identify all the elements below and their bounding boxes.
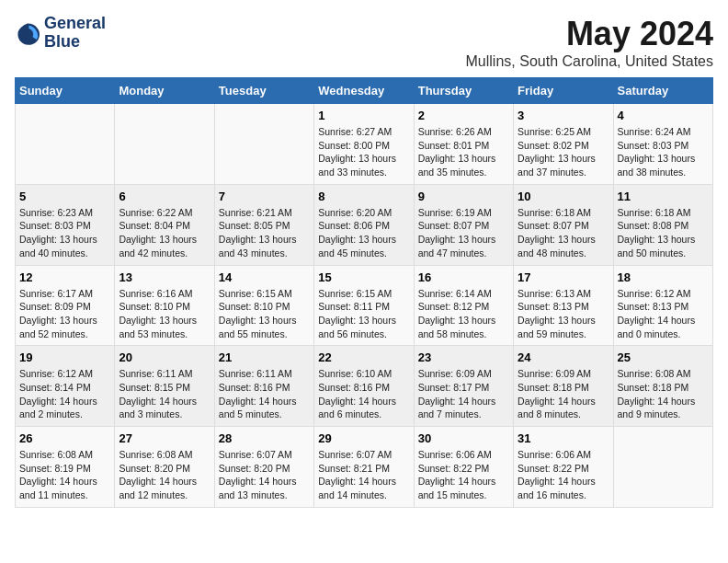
weekday-header-tuesday: Tuesday — [214, 78, 313, 104]
page-header: General Blue May 2024 Mullins, South Car… — [15, 15, 713, 70]
calendar-cell: 10Sunrise: 6:18 AM Sunset: 8:07 PM Dayli… — [514, 184, 613, 265]
calendar-cell: 21Sunrise: 6:11 AM Sunset: 8:16 PM Dayli… — [214, 346, 313, 427]
day-number: 12 — [19, 270, 110, 284]
calendar-cell — [214, 104, 313, 185]
day-number: 17 — [518, 270, 609, 284]
day-info: Sunrise: 6:10 AM Sunset: 8:16 PM Dayligh… — [318, 367, 409, 421]
day-number: 25 — [618, 350, 709, 364]
title-block: May 2024 Mullins, South Carolina, United… — [466, 15, 713, 70]
logo: General Blue — [15, 15, 106, 52]
day-number: 10 — [518, 190, 609, 203]
calendar-cell — [613, 427, 712, 508]
calendar-cell: 30Sunrise: 6:06 AM Sunset: 8:22 PM Dayli… — [414, 427, 513, 508]
day-number: 13 — [119, 270, 210, 284]
day-number: 23 — [418, 350, 509, 364]
calendar-cell — [115, 104, 214, 185]
day-number: 18 — [618, 270, 709, 284]
day-info: Sunrise: 6:15 AM Sunset: 8:11 PM Dayligh… — [318, 287, 409, 341]
day-number: 14 — [219, 270, 310, 284]
day-number: 9 — [418, 190, 509, 203]
day-info: Sunrise: 6:15 AM Sunset: 8:10 PM Dayligh… — [219, 287, 310, 341]
day-number: 6 — [119, 190, 210, 203]
calendar-cell: 5Sunrise: 6:23 AM Sunset: 8:03 PM Daylig… — [16, 184, 115, 265]
weekday-header-row: SundayMondayTuesdayWednesdayThursdayFrid… — [16, 78, 713, 104]
day-info: Sunrise: 6:26 AM Sunset: 8:01 PM Dayligh… — [418, 125, 509, 179]
day-info: Sunrise: 6:08 AM Sunset: 8:19 PM Dayligh… — [19, 448, 110, 502]
day-info: Sunrise: 6:06 AM Sunset: 8:22 PM Dayligh… — [418, 448, 509, 502]
day-info: Sunrise: 6:06 AM Sunset: 8:22 PM Dayligh… — [518, 448, 609, 502]
calendar-cell: 29Sunrise: 6:07 AM Sunset: 8:21 PM Dayli… — [314, 427, 414, 508]
calendar-cell — [16, 104, 115, 185]
day-number: 26 — [19, 431, 110, 445]
logo-line1: General — [44, 15, 106, 33]
calendar-cell: 16Sunrise: 6:14 AM Sunset: 8:12 PM Dayli… — [414, 265, 513, 346]
day-info: Sunrise: 6:24 AM Sunset: 8:03 PM Dayligh… — [618, 125, 709, 179]
calendar-cell: 31Sunrise: 6:06 AM Sunset: 8:22 PM Dayli… — [514, 427, 613, 508]
week-row-1: 1Sunrise: 6:27 AM Sunset: 8:00 PM Daylig… — [16, 104, 713, 185]
calendar-cell: 19Sunrise: 6:12 AM Sunset: 8:14 PM Dayli… — [16, 346, 115, 427]
day-number: 24 — [518, 350, 609, 364]
calendar-cell: 14Sunrise: 6:15 AM Sunset: 8:10 PM Dayli… — [214, 265, 313, 346]
calendar-cell: 9Sunrise: 6:19 AM Sunset: 8:07 PM Daylig… — [414, 184, 513, 265]
day-info: Sunrise: 6:07 AM Sunset: 8:20 PM Dayligh… — [219, 448, 310, 502]
month-title: May 2024 — [466, 15, 713, 53]
weekday-header-monday: Monday — [115, 78, 214, 104]
calendar-cell: 26Sunrise: 6:08 AM Sunset: 8:19 PM Dayli… — [16, 427, 115, 508]
day-number: 27 — [119, 431, 210, 445]
weekday-header-sunday: Sunday — [16, 78, 115, 104]
weekday-header-saturday: Saturday — [613, 78, 712, 104]
day-number: 7 — [219, 190, 310, 203]
calendar-cell: 20Sunrise: 6:11 AM Sunset: 8:15 PM Dayli… — [115, 346, 214, 427]
day-number: 4 — [618, 109, 709, 122]
calendar-cell: 23Sunrise: 6:09 AM Sunset: 8:17 PM Dayli… — [414, 346, 513, 427]
logo-text: General Blue — [44, 15, 106, 52]
calendar-cell: 24Sunrise: 6:09 AM Sunset: 8:18 PM Dayli… — [514, 346, 613, 427]
day-info: Sunrise: 6:19 AM Sunset: 8:07 PM Dayligh… — [418, 206, 509, 260]
day-number: 21 — [219, 350, 310, 364]
day-number: 20 — [119, 350, 210, 364]
day-number: 11 — [618, 190, 709, 203]
day-number: 19 — [19, 350, 110, 364]
day-info: Sunrise: 6:18 AM Sunset: 8:08 PM Dayligh… — [618, 206, 709, 260]
day-info: Sunrise: 6:25 AM Sunset: 8:02 PM Dayligh… — [518, 125, 609, 179]
weekday-header-wednesday: Wednesday — [314, 78, 414, 104]
calendar-cell: 11Sunrise: 6:18 AM Sunset: 8:08 PM Dayli… — [613, 184, 712, 265]
day-info: Sunrise: 6:20 AM Sunset: 8:06 PM Dayligh… — [318, 206, 409, 260]
day-info: Sunrise: 6:16 AM Sunset: 8:10 PM Dayligh… — [119, 287, 210, 341]
day-number: 8 — [318, 190, 409, 203]
day-info: Sunrise: 6:08 AM Sunset: 8:20 PM Dayligh… — [119, 448, 210, 502]
logo-line2: Blue — [44, 33, 106, 52]
day-info: Sunrise: 6:27 AM Sunset: 8:00 PM Dayligh… — [318, 125, 409, 179]
day-info: Sunrise: 6:13 AM Sunset: 8:13 PM Dayligh… — [518, 287, 609, 341]
calendar-cell: 25Sunrise: 6:08 AM Sunset: 8:18 PM Dayli… — [613, 346, 712, 427]
day-number: 3 — [518, 109, 609, 122]
day-number: 2 — [418, 109, 509, 122]
calendar-cell: 1Sunrise: 6:27 AM Sunset: 8:00 PM Daylig… — [314, 104, 414, 185]
calendar-cell: 27Sunrise: 6:08 AM Sunset: 8:20 PM Dayli… — [115, 427, 214, 508]
day-number: 22 — [318, 350, 409, 364]
calendar-cell: 22Sunrise: 6:10 AM Sunset: 8:16 PM Dayli… — [314, 346, 414, 427]
calendar-cell: 8Sunrise: 6:20 AM Sunset: 8:06 PM Daylig… — [314, 184, 414, 265]
day-info: Sunrise: 6:11 AM Sunset: 8:15 PM Dayligh… — [119, 367, 210, 421]
day-info: Sunrise: 6:07 AM Sunset: 8:21 PM Dayligh… — [318, 448, 409, 502]
day-number: 5 — [19, 190, 110, 203]
day-info: Sunrise: 6:08 AM Sunset: 8:18 PM Dayligh… — [618, 367, 709, 421]
calendar-cell: 15Sunrise: 6:15 AM Sunset: 8:11 PM Dayli… — [314, 265, 414, 346]
day-number: 30 — [418, 431, 509, 445]
day-info: Sunrise: 6:09 AM Sunset: 8:18 PM Dayligh… — [518, 367, 609, 421]
weekday-header-thursday: Thursday — [414, 78, 513, 104]
week-row-5: 26Sunrise: 6:08 AM Sunset: 8:19 PM Dayli… — [16, 427, 713, 508]
calendar-cell: 3Sunrise: 6:25 AM Sunset: 8:02 PM Daylig… — [514, 104, 613, 185]
day-info: Sunrise: 6:12 AM Sunset: 8:13 PM Dayligh… — [618, 287, 709, 341]
logo-icon — [15, 20, 40, 46]
day-info: Sunrise: 6:09 AM Sunset: 8:17 PM Dayligh… — [418, 367, 509, 421]
day-number: 28 — [219, 431, 310, 445]
calendar-cell: 4Sunrise: 6:24 AM Sunset: 8:03 PM Daylig… — [613, 104, 712, 185]
day-info: Sunrise: 6:14 AM Sunset: 8:12 PM Dayligh… — [418, 287, 509, 341]
week-row-4: 19Sunrise: 6:12 AM Sunset: 8:14 PM Dayli… — [16, 346, 713, 427]
weekday-header-friday: Friday — [514, 78, 613, 104]
week-row-2: 5Sunrise: 6:23 AM Sunset: 8:03 PM Daylig… — [16, 184, 713, 265]
day-info: Sunrise: 6:23 AM Sunset: 8:03 PM Dayligh… — [19, 206, 110, 260]
day-info: Sunrise: 6:11 AM Sunset: 8:16 PM Dayligh… — [219, 367, 310, 421]
calendar-cell: 2Sunrise: 6:26 AM Sunset: 8:01 PM Daylig… — [414, 104, 513, 185]
